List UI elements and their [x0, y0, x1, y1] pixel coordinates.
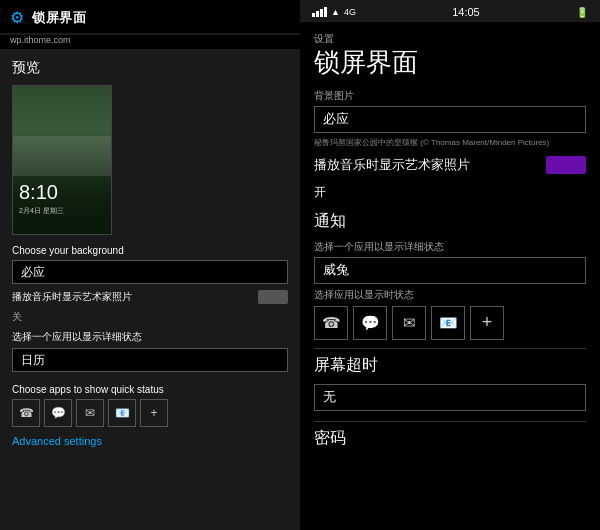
detail-status-label: 选择一个应用以显示详细状态 — [12, 330, 288, 344]
divider — [314, 348, 586, 349]
right-quick-email[interactable]: 📧 — [431, 306, 465, 340]
music-photo-row: 播放音乐时显示艺术家照片 — [12, 290, 288, 304]
right-content: 设置 锁屏界面 背景图片 秘鲁玛努国家公园中的皇猿猴 (© Thomas Mar… — [300, 22, 600, 530]
right-quick-label: 选择应用以显示时状态 — [314, 288, 586, 302]
divider2 — [314, 421, 586, 422]
gear-icon: ⚙ — [10, 8, 24, 27]
quick-icon-plus[interactable]: + — [140, 399, 168, 427]
right-page-title: 锁屏界面 — [314, 48, 586, 77]
right-music-label: 播放音乐时显示艺术家照片 — [314, 156, 470, 174]
music-photo-label: 播放音乐时显示艺术家照片 — [12, 290, 132, 304]
quick-status-label: Choose apps to show quick status — [12, 384, 288, 395]
music-photo-value: 关 — [12, 310, 288, 324]
right-detail-input[interactable] — [314, 257, 586, 284]
quick-icon-message[interactable]: 💬 — [44, 399, 72, 427]
wifi-icon: ▲ — [331, 7, 340, 17]
quick-icon-phone[interactable]: ☎ — [12, 399, 40, 427]
music-photo-toggle[interactable] — [258, 290, 288, 304]
right-music-row: 播放音乐时显示艺术家照片 — [314, 156, 586, 174]
right-bg-caption: 秘鲁玛努国家公园中的皇猿猴 (© Thomas Marent/Minden Pi… — [314, 137, 586, 148]
left-header: ⚙ 锁屏界面 — [0, 0, 300, 33]
preview-box: 8:10 2月4日 星期三 — [12, 85, 112, 235]
battery-area: 🔋 — [576, 7, 588, 18]
background-label: Choose your background — [12, 245, 288, 256]
right-quick-message[interactable]: 💬 — [353, 306, 387, 340]
right-music-toggle[interactable] — [546, 156, 586, 174]
right-timeout-input[interactable] — [314, 384, 586, 411]
right-music-value: 开 — [314, 184, 586, 201]
left-content: 预览 8:10 2月4日 星期三 Choose your background … — [0, 49, 300, 530]
right-bg-label: 背景图片 — [314, 89, 586, 103]
right-settings-label: 设置 — [314, 32, 586, 46]
watermark: wp.ithome.com — [0, 35, 300, 49]
password-title: 密码 — [314, 428, 586, 449]
left-panel: ⚙ 锁屏界面 wp.ithome.com 预览 8:10 2月4日 星期三 Ch… — [0, 0, 300, 530]
preview-fog — [13, 136, 111, 176]
preview-date: 2月4日 星期三 — [19, 206, 64, 216]
right-clock: 14:05 — [452, 6, 480, 18]
left-header-title: 锁屏界面 — [32, 9, 86, 27]
quick-icon-email[interactable]: 📧 — [108, 399, 136, 427]
signal-icon — [312, 7, 327, 17]
quick-status-row: ☎ 💬 ✉ 📧 + — [12, 399, 288, 427]
screen-timeout-title: 屏幕超时 — [314, 355, 586, 376]
right-quick-mail[interactable]: ✉ — [392, 306, 426, 340]
right-status-bar: ▲ 4G 14:05 🔋 — [300, 0, 600, 22]
status-left: ▲ 4G — [312, 7, 356, 17]
right-quick-phone[interactable]: ☎ — [314, 306, 348, 340]
right-background-input[interactable] — [314, 106, 586, 133]
right-quick-row: ☎ 💬 ✉ 📧 + — [314, 306, 586, 340]
battery-icon: 🔋 — [576, 7, 588, 18]
right-detail-label: 选择一个应用以显示详细状态 — [314, 240, 586, 254]
network-icon: 4G — [344, 7, 356, 17]
advanced-settings-link[interactable]: Advanced settings — [12, 435, 288, 447]
notifications-title: 通知 — [314, 211, 586, 232]
background-input[interactable] — [12, 260, 288, 284]
preview-label: 预览 — [12, 59, 288, 77]
right-panel: ▲ 4G 14:05 🔋 设置 锁屏界面 背景图片 秘鲁玛努国家公园中的皇猿猴 … — [300, 0, 600, 530]
preview-time: 8:10 — [19, 181, 58, 204]
detail-status-input[interactable] — [12, 348, 288, 372]
right-quick-plus[interactable]: + — [470, 306, 504, 340]
quick-icon-mail[interactable]: ✉ — [76, 399, 104, 427]
